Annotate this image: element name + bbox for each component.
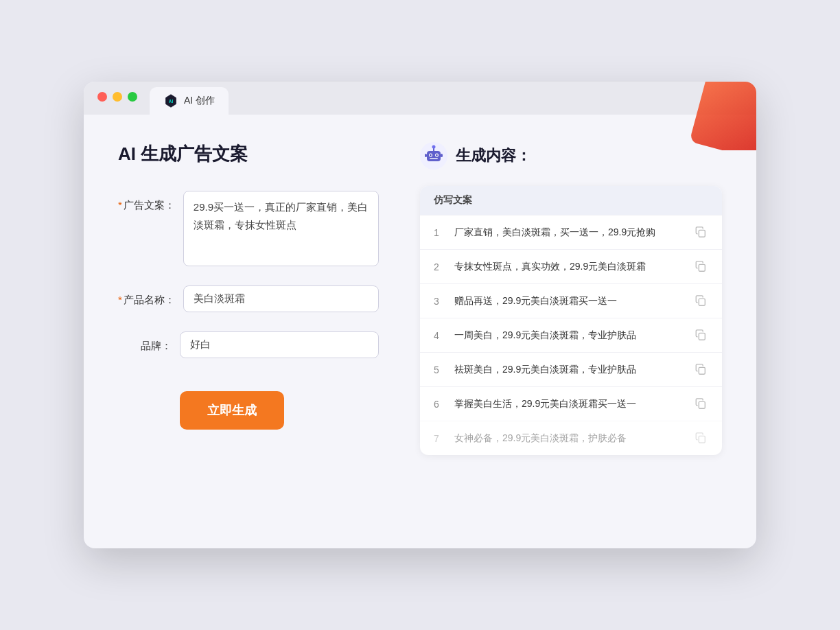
result-row-text: 祛斑美白，29.9元美白淡斑霜，专业护肤品 xyxy=(454,362,695,377)
copy-icon[interactable] xyxy=(695,294,708,308)
copy-icon[interactable] xyxy=(695,226,708,240)
result-row: 1厂家直销，美白淡斑霜，买一送一，29.9元抢购 xyxy=(420,215,722,249)
browser-window: AI AI 创作 AI 生成广告文案 *广告文案： *产品名称： xyxy=(84,82,756,548)
result-row-num: 2 xyxy=(434,261,454,272)
result-row-text: 赠品再送，29.9元美白淡斑霜买一送一 xyxy=(454,294,695,308)
active-tab[interactable]: AI AI 创作 xyxy=(150,87,229,115)
svg-rect-8 xyxy=(430,158,438,159)
maximize-button[interactable] xyxy=(128,92,137,102)
brand-label: 品牌： xyxy=(118,331,180,354)
result-row-num: 6 xyxy=(434,399,454,410)
tab-bar: AI AI 创作 xyxy=(84,82,756,115)
result-rows-container: 1厂家直销，美白淡斑霜，买一送一，29.9元抢购 2专抹女性斑点，真实功效，29… xyxy=(420,215,722,455)
result-row-num: 4 xyxy=(434,330,454,341)
svg-point-7 xyxy=(436,154,437,156)
result-row-num: 5 xyxy=(434,364,454,375)
page-title: AI 生成广告文案 xyxy=(118,142,379,166)
copy-icon[interactable] xyxy=(695,329,708,342)
result-row: 5祛斑美白，29.9元美白淡斑霜，专业护肤品 xyxy=(420,352,722,386)
result-row-text: 掌握美白生活，29.9元美白淡斑霜买一送一 xyxy=(454,397,695,411)
svg-text:AI: AI xyxy=(169,99,174,104)
main-content: AI 生成广告文案 *广告文案： *产品名称： 品牌： 立 xyxy=(84,115,756,482)
close-button[interactable] xyxy=(97,92,107,102)
product-name-label: *产品名称： xyxy=(118,285,183,308)
svg-rect-3 xyxy=(427,151,441,161)
robot-icon xyxy=(420,142,447,170)
brand-group: 品牌： xyxy=(118,331,379,358)
svg-rect-13 xyxy=(699,230,705,237)
generate-button[interactable]: 立即生成 xyxy=(180,391,284,430)
product-name-input[interactable] xyxy=(183,285,379,312)
result-row-num: 7 xyxy=(434,433,454,444)
tab-label: AI 创作 xyxy=(184,95,215,107)
copy-icon[interactable] xyxy=(695,260,708,274)
ad-copy-label: *广告文案： xyxy=(118,191,183,213)
result-row: 2专抹女性斑点，真实功效，29.9元美白淡斑霜 xyxy=(420,249,722,283)
result-row-text: 厂家直销，美白淡斑霜，买一送一，29.9元抢购 xyxy=(454,225,695,240)
result-row: 4一周美白，29.9元美白淡斑霜，专业护肤品 xyxy=(420,318,722,352)
result-row-text: 女神必备，29.9元美白淡斑霜，护肤必备 xyxy=(454,431,695,445)
result-row: 3赠品再送，29.9元美白淡斑霜买一送一 xyxy=(420,283,722,318)
result-row-text: 专抹女性斑点，真实功效，29.9元美白淡斑霜 xyxy=(454,259,695,274)
result-row-num: 1 xyxy=(434,227,454,238)
copy-icon[interactable] xyxy=(695,432,708,445)
result-table: 仿写文案 1厂家直销，美白淡斑霜，买一送一，29.9元抢购 2专抹女性斑点，真实… xyxy=(420,186,722,455)
svg-rect-16 xyxy=(699,333,705,340)
svg-rect-19 xyxy=(699,436,705,443)
required-star-2: * xyxy=(118,294,122,305)
right-panel: 生成内容： 仿写文案 1厂家直销，美白淡斑霜，买一送一，29.9元抢购 2专抹女… xyxy=(420,142,722,455)
svg-rect-15 xyxy=(699,299,705,305)
copy-icon[interactable] xyxy=(695,363,708,377)
svg-point-6 xyxy=(430,154,431,156)
svg-rect-12 xyxy=(441,154,443,157)
traffic-lights xyxy=(97,92,137,102)
ai-tab-icon: AI xyxy=(163,93,178,108)
svg-rect-17 xyxy=(699,367,705,374)
svg-rect-11 xyxy=(425,154,427,157)
brand-input[interactable] xyxy=(180,331,379,358)
minimize-button[interactable] xyxy=(113,92,122,102)
result-title: 生成内容： xyxy=(456,145,531,166)
svg-rect-14 xyxy=(699,264,705,271)
product-name-group: *产品名称： xyxy=(118,285,379,312)
required-star-1: * xyxy=(118,199,122,211)
result-row-num: 3 xyxy=(434,296,454,307)
left-panel: AI 生成广告文案 *广告文案： *产品名称： 品牌： 立 xyxy=(118,142,379,455)
result-row: 6掌握美白生活，29.9元美白淡斑霜买一送一 xyxy=(420,386,722,421)
svg-point-10 xyxy=(432,145,436,149)
result-table-header: 仿写文案 xyxy=(420,186,722,215)
ad-copy-group: *广告文案： xyxy=(118,191,379,266)
svg-rect-18 xyxy=(699,401,705,408)
result-row-text: 一周美白，29.9元美白淡斑霜，专业护肤品 xyxy=(454,328,695,342)
ad-copy-input[interactable] xyxy=(183,191,379,266)
result-header: 生成内容： xyxy=(420,142,722,170)
copy-icon[interactable] xyxy=(695,397,708,411)
result-row: 7女神必备，29.9元美白淡斑霜，护肤必备 xyxy=(420,421,722,455)
